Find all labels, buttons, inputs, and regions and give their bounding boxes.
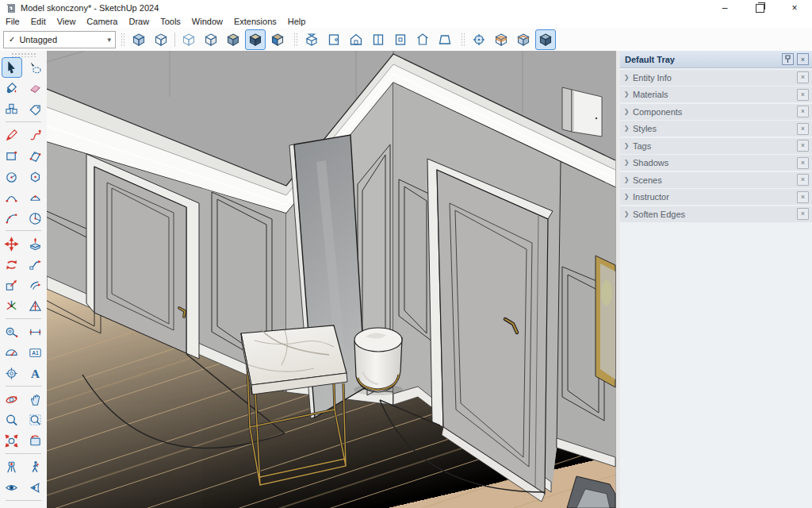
position-camera-tool[interactable] bbox=[2, 456, 22, 477]
view-left-button[interactable] bbox=[412, 29, 433, 50]
toolbar-grip[interactable] bbox=[293, 33, 297, 47]
pan-tool[interactable] bbox=[25, 389, 46, 410]
axes-colored-tool[interactable] bbox=[2, 295, 22, 316]
freehand-tool[interactable] bbox=[25, 125, 46, 145]
offset-tool[interactable] bbox=[25, 275, 46, 295]
tray-section-materials[interactable]: ❯Materials× bbox=[620, 87, 812, 102]
view-iso-button[interactable] bbox=[301, 29, 322, 50]
close-icon[interactable]: × bbox=[797, 106, 809, 117]
polygon-tool[interactable] bbox=[25, 166, 46, 187]
close-icon[interactable]: × bbox=[797, 140, 809, 152]
follow-me-icon bbox=[28, 257, 43, 272]
eraser-tool[interactable] bbox=[25, 78, 46, 98]
close-icon[interactable]: × bbox=[797, 191, 809, 203]
rotate-tool[interactable] bbox=[2, 254, 22, 275]
menu-item-window[interactable]: Window bbox=[186, 16, 228, 28]
restore-button[interactable] bbox=[742, 0, 777, 16]
section-plane-button[interactable] bbox=[469, 29, 489, 50]
pie-tool[interactable] bbox=[25, 207, 46, 228]
minimize-button[interactable]: – bbox=[707, 0, 742, 16]
follow-me-tool[interactable] bbox=[25, 254, 46, 275]
three-point-arc-tool[interactable] bbox=[2, 207, 22, 228]
tape-measure-tool[interactable] bbox=[2, 321, 22, 342]
section-display-fill-button[interactable] bbox=[535, 29, 556, 50]
previous-view-tool[interactable] bbox=[25, 430, 46, 451]
view-back-button[interactable] bbox=[390, 29, 411, 50]
tray-section-instructor[interactable]: ❯Instructor× bbox=[620, 189, 812, 205]
close-icon[interactable]: × bbox=[797, 208, 809, 220]
view-top-button[interactable] bbox=[324, 29, 344, 50]
menu-item-file[interactable]: File bbox=[0, 16, 25, 28]
zoom-window-tool[interactable] bbox=[25, 410, 46, 430]
tag-dropdown[interactable]: ✓ Untagged ▾ bbox=[3, 31, 116, 48]
two-point-arc-tool[interactable] bbox=[25, 187, 46, 207]
view-bottom-button[interactable] bbox=[435, 29, 455, 50]
close-button[interactable]: × bbox=[777, 0, 812, 16]
view-front-button[interactable] bbox=[346, 29, 366, 50]
rectangle-tool[interactable] bbox=[2, 145, 22, 166]
menu-item-camera[interactable]: Camera bbox=[81, 16, 123, 28]
tray-section-components[interactable]: ❯Components× bbox=[620, 104, 812, 120]
menu-item-tools[interactable]: Tools bbox=[155, 16, 186, 28]
menu-item-draw[interactable]: Draw bbox=[123, 16, 155, 28]
menu-item-help[interactable]: Help bbox=[282, 16, 312, 28]
zoom-tool[interactable] bbox=[2, 410, 22, 430]
section-x-tool[interactable] bbox=[25, 503, 46, 508]
push-pull-tool[interactable] bbox=[25, 233, 46, 254]
walk-tool[interactable] bbox=[25, 456, 46, 477]
model-viewport[interactable] bbox=[47, 51, 616, 508]
rotated-rectangle-tool[interactable] bbox=[25, 145, 46, 166]
eye-tool[interactable] bbox=[25, 477, 46, 498]
tray-section-scenes[interactable]: ❯Scenes× bbox=[620, 172, 812, 188]
move-tool[interactable] bbox=[2, 233, 22, 254]
svg-text:A1: A1 bbox=[32, 349, 39, 355]
style-wireframe-button[interactable] bbox=[178, 29, 199, 50]
section-display-cuts-button[interactable] bbox=[513, 29, 534, 50]
pyramid-tool[interactable] bbox=[25, 295, 46, 316]
style-hidden-line-button[interactable] bbox=[201, 29, 221, 50]
view-right-button[interactable] bbox=[368, 29, 389, 50]
tray-section-entity-info[interactable]: ❯Entity Info× bbox=[620, 70, 812, 86]
section-display-planes-button[interactable] bbox=[491, 29, 511, 50]
protractor-tool[interactable] bbox=[2, 342, 22, 363]
tray-section-styles[interactable]: ❯Styles× bbox=[620, 121, 812, 137]
style-monochrome-button[interactable] bbox=[267, 29, 288, 50]
tray-section-soften-edges[interactable]: ❯Soften Edges× bbox=[620, 206, 812, 222]
dimension-tool[interactable] bbox=[25, 321, 46, 342]
zoom-extents-tool[interactable] bbox=[2, 430, 22, 451]
tray-section-tags[interactable]: ❯Tags× bbox=[620, 138, 812, 154]
style-back-edges-button[interactable] bbox=[151, 29, 171, 50]
make-component-tool[interactable] bbox=[2, 98, 22, 119]
style-shaded-textures-button[interactable] bbox=[245, 29, 266, 50]
arc-tool[interactable] bbox=[2, 187, 22, 207]
three-d-text-tool[interactable]: A bbox=[25, 363, 46, 383]
style-xray-button[interactable] bbox=[128, 29, 149, 50]
menu-item-edit[interactable]: Edit bbox=[25, 16, 52, 28]
text-tool[interactable]: A1 bbox=[25, 342, 46, 363]
section-house-tool[interactable] bbox=[2, 503, 22, 508]
circle-tool[interactable] bbox=[2, 166, 22, 187]
default-tray: Default Tray × ❯Entity Info×❯Materials×❯… bbox=[620, 51, 812, 508]
lasso-tool[interactable] bbox=[25, 57, 46, 78]
menu-item-view[interactable]: View bbox=[52, 16, 82, 28]
paint-bucket-tool[interactable] bbox=[2, 78, 22, 98]
close-icon[interactable]: × bbox=[797, 123, 809, 135]
close-icon[interactable]: × bbox=[797, 71, 809, 83]
pin-icon[interactable] bbox=[782, 53, 794, 65]
select-tool[interactable] bbox=[2, 57, 22, 78]
tray-section-shadows[interactable]: ❯Shadows× bbox=[620, 155, 812, 171]
toolbar-grip[interactable] bbox=[121, 33, 124, 47]
close-icon[interactable]: × bbox=[797, 89, 809, 101]
close-icon[interactable]: × bbox=[797, 174, 809, 186]
close-icon[interactable]: × bbox=[797, 157, 809, 169]
toolbar-grip[interactable] bbox=[461, 33, 465, 47]
menu-item-extensions[interactable]: Extensions bbox=[228, 16, 282, 28]
look-around-tool[interactable] bbox=[2, 477, 22, 498]
compass-tool[interactable] bbox=[2, 363, 22, 383]
close-icon[interactable]: × bbox=[797, 53, 809, 65]
scale-tool[interactable] bbox=[2, 275, 22, 295]
line-tool[interactable] bbox=[2, 125, 22, 145]
orbit-tool[interactable] bbox=[2, 389, 22, 410]
style-shaded-button[interactable] bbox=[223, 29, 243, 50]
tag-tool[interactable] bbox=[25, 98, 46, 119]
